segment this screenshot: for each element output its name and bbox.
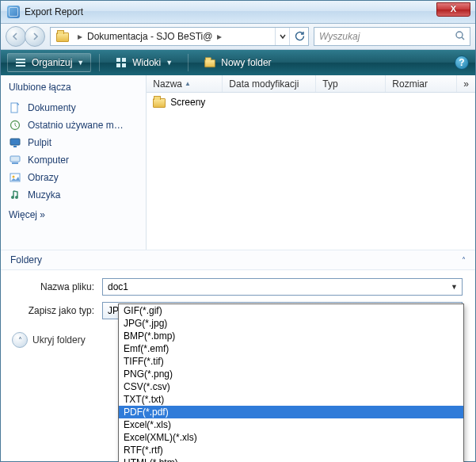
sidebar-header: Ulubione łącza (9, 82, 138, 93)
svg-rect-10 (10, 139, 20, 145)
folders-toggle[interactable]: Foldery ˄ (1, 250, 475, 270)
filetype-option[interactable]: PDF(*.pdf) (119, 406, 463, 418)
folder-icon (153, 96, 166, 109)
filetype-option[interactable]: PNG(*.png) (119, 368, 463, 380)
svg-rect-13 (12, 162, 18, 164)
documents-icon (9, 101, 21, 114)
filetype-option[interactable]: BMP(*.bmp) (119, 330, 463, 342)
help-button[interactable]: ? (455, 55, 469, 70)
filetype-option[interactable]: HTML(*.htm) (119, 456, 463, 462)
sidebar-item-recent[interactable]: Ostatnio używane m… (9, 116, 138, 134)
svg-rect-1 (16, 59, 25, 60)
file-row[interactable]: Screeny (147, 93, 475, 112)
new-folder-button[interactable]: Nowy folder (196, 53, 278, 72)
svg-rect-7 (122, 63, 126, 67)
svg-point-17 (15, 196, 18, 199)
filetype-option[interactable]: TIFF(*.tif) (119, 355, 463, 368)
chevron-down-icon: ▼ (166, 59, 173, 67)
column-date[interactable]: Data modyfikacji (223, 75, 316, 92)
filetype-option[interactable]: JPG(*.jpg) (119, 317, 463, 330)
file-name: Screeny (170, 97, 205, 108)
svg-point-16 (11, 196, 14, 199)
sidebar-item-documents[interactable]: Dokumenty (9, 99, 138, 116)
filetype-option[interactable]: Excel(*.xls) (119, 418, 463, 431)
filename-label: Nazwa pliku: (13, 281, 102, 292)
filetype-option[interactable]: Excel(XML)(*.xls) (119, 431, 463, 444)
search-input[interactable]: Wyszukaj (314, 27, 470, 46)
search-placeholder: Wyszukaj (319, 31, 360, 42)
sidebar-item-computer[interactable]: Komputer (9, 151, 138, 169)
column-name[interactable]: Nazwa ▲ (147, 75, 223, 92)
chevron-up-icon: ˄ (462, 256, 466, 265)
forward-button[interactable] (25, 26, 45, 47)
svg-rect-3 (16, 65, 25, 67)
svg-rect-4 (116, 58, 120, 62)
nav-buttons (6, 26, 45, 47)
filetype-option[interactable]: RTF(*.rtf) (119, 444, 463, 456)
sidebar-item-desktop[interactable]: Pulpit (9, 134, 138, 151)
filetype-dropdown[interactable]: GIF(*.gif)JPG(*.jpg)BMP(*.bmp)Emf(*.emf)… (118, 304, 464, 462)
svg-rect-8 (11, 103, 17, 113)
navigation-bar: ▸ Dokumentacja - SJO BeSTi@ ▸ Wyszukaj (1, 24, 475, 50)
breadcrumb-separator-icon[interactable]: ▸ (74, 28, 86, 45)
svg-point-0 (456, 32, 463, 38)
svg-rect-11 (13, 146, 17, 147)
music-icon (9, 189, 21, 201)
breadcrumb-separator-icon[interactable]: ▸ (214, 28, 225, 45)
organize-button[interactable]: Organizuj ▼ (7, 53, 91, 72)
sidebar-more[interactable]: Więcej » (9, 207, 138, 223)
column-size[interactable]: Rozmiar (386, 75, 457, 92)
pictures-icon (9, 171, 21, 184)
column-headers: Nazwa ▲ Data modyfikacji Typ Rozmiar » (147, 75, 475, 93)
views-icon (115, 56, 128, 69)
svg-rect-12 (10, 156, 20, 162)
organize-icon (14, 56, 27, 69)
app-icon (7, 6, 20, 18)
address-bar[interactable]: ▸ Dokumentacja - SJO BeSTi@ ▸ (50, 27, 309, 46)
breadcrumb-segment[interactable]: Dokumentacja - SJO BeSTi@ (86, 31, 214, 42)
close-button[interactable]: X (436, 2, 470, 17)
back-button[interactable] (6, 26, 26, 47)
refresh-button[interactable] (289, 28, 308, 45)
sort-ascending-icon: ▲ (185, 80, 191, 87)
sidebar-item-pictures[interactable]: Obrazy (9, 169, 138, 186)
toolbar-separator (188, 54, 188, 71)
sidebar: Ulubione łącza Dokumenty Ostatnio używan… (1, 75, 147, 250)
chevron-down-icon: ▼ (451, 283, 458, 291)
folder-icon (54, 28, 71, 45)
column-type[interactable]: Typ (316, 75, 386, 92)
sidebar-item-music[interactable]: Muzyka (9, 186, 138, 204)
arrow-left-icon (12, 32, 20, 40)
filetype-option[interactable]: CSV(*.csv) (119, 380, 463, 393)
svg-rect-2 (16, 62, 25, 63)
desktop-icon (9, 136, 21, 149)
chevron-up-icon: ˄ (12, 332, 28, 348)
titlebar: Export Report X (1, 1, 475, 24)
chevron-down-icon: ▼ (77, 59, 84, 67)
svg-point-15 (13, 176, 15, 178)
toolbar: Organizuj ▼ Widoki ▼ Nowy folder ? (1, 50, 475, 75)
column-overflow[interactable]: » (457, 75, 475, 92)
window-title: Export Report (25, 6, 83, 17)
new-folder-icon (204, 56, 216, 69)
filetype-option[interactable]: Emf(*.emf) (119, 342, 463, 355)
views-button[interactable]: Widoki ▼ (108, 53, 180, 72)
body: Ulubione łącza Dokumenty Ostatnio używan… (1, 75, 475, 250)
computer-icon (9, 154, 21, 166)
toolbar-separator (99, 54, 100, 71)
address-dropdown-button[interactable] (275, 28, 289, 45)
arrow-right-icon (31, 32, 39, 40)
filetype-option[interactable]: GIF(*.gif) (119, 304, 463, 317)
filename-input[interactable]: doc1 ▼ (102, 278, 463, 296)
svg-rect-5 (122, 58, 126, 62)
export-report-dialog: Export Report X ▸ Dokumentacja - SJO BeS… (0, 0, 476, 462)
filetype-label: Zapisz jako typ: (13, 305, 102, 316)
chevron-down-icon (280, 33, 286, 40)
search-icon (455, 30, 466, 41)
file-list: Nazwa ▲ Data modyfikacji Typ Rozmiar » S… (147, 75, 475, 250)
filetype-option[interactable]: TXT(*.txt) (119, 393, 463, 406)
recent-icon (9, 119, 21, 132)
svg-rect-6 (116, 63, 120, 67)
refresh-icon (294, 31, 305, 42)
